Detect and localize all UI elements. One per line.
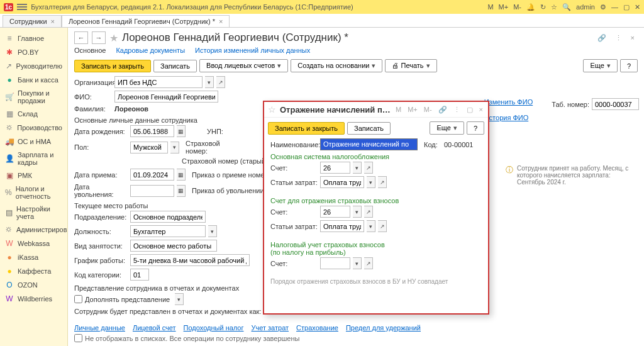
dept-input[interactable] — [130, 211, 206, 223]
favorite-icon[interactable]: ☆ — [268, 104, 276, 114]
nav-fwd-button[interactable]: → — [92, 31, 106, 44]
save-button[interactable]: Записать — [153, 60, 197, 72]
modal-save-button[interactable]: Записать — [347, 122, 391, 135]
close-icon[interactable]: × — [51, 18, 55, 25]
link-limit[interactable]: Предел для удержаний — [346, 324, 421, 332]
more-button[interactable]: Еще▾ — [583, 59, 617, 72]
settings-icon[interactable]: ⚙ — [600, 3, 606, 11]
sidebar-item-10[interactable]: %Налоги и отчетность — [0, 182, 67, 203]
open-icon[interactable]: ↗ — [378, 176, 387, 188]
dropdown-icon[interactable]: ▾ — [353, 162, 362, 174]
calc-mplus[interactable]: M+ — [499, 3, 509, 11]
history-icon[interactable]: ↻ — [540, 3, 546, 11]
modal-save-close-button[interactable]: Записать и закрыть — [268, 122, 345, 135]
sidebar-item-16[interactable]: OOZON — [0, 278, 67, 292]
acct3-input[interactable] — [320, 257, 350, 269]
acct2-input[interactable] — [320, 206, 350, 218]
calc-m[interactable]: M — [394, 106, 402, 113]
nav-back-button[interactable]: ← — [74, 31, 88, 44]
accounts-button[interactable]: Ввод лицевых счетов▾ — [199, 59, 288, 72]
sidebar-item-17[interactable]: WWildberries — [0, 292, 67, 306]
dob-input[interactable] — [130, 125, 174, 137]
tab-employees[interactable]: Сотрудники × — [3, 15, 62, 27]
help-button[interactable]: ? — [620, 59, 638, 72]
org-input[interactable] — [114, 76, 203, 88]
open-icon[interactable]: ↗ — [364, 162, 373, 174]
link-insurance[interactable]: Страхование — [296, 324, 338, 332]
sidebar-item-8[interactable]: 👤Зарплата и кадры — [0, 148, 67, 169]
favorite-icon[interactable]: ★ — [109, 32, 118, 44]
subtab-history[interactable]: История изменений личных данных — [195, 47, 310, 54]
save-close-button[interactable]: Записать и закрыть — [74, 60, 151, 72]
sidebar-item-12[interactable]: ⛭Администрирование — [0, 223, 67, 237]
employment-type-input[interactable] — [130, 240, 217, 252]
maximize-icon[interactable]: ▢ — [623, 3, 630, 11]
dropdown-icon[interactable]: ▾ — [353, 206, 362, 218]
modal-help-button[interactable]: ? — [467, 121, 484, 135]
link-personal[interactable]: Личные данные — [74, 324, 125, 332]
fire-date-input[interactable] — [130, 185, 174, 197]
cost2-input[interactable] — [320, 220, 364, 232]
dropdown-icon[interactable]: ▾ — [205, 76, 214, 88]
close-icon[interactable]: ✕ — [635, 3, 640, 11]
category-input[interactable] — [130, 269, 149, 281]
link-tax[interactable]: Подоходный налог — [184, 324, 244, 332]
sidebar-item-9[interactable]: ▣РМК — [0, 169, 67, 182]
subtab-main[interactable]: Основное — [74, 47, 106, 54]
sex-input[interactable] — [130, 142, 168, 153]
change-fio-link[interactable]: Изменить ФИО — [484, 98, 533, 109]
dropdown-icon[interactable]: ▾ — [208, 225, 217, 237]
maximize-icon[interactable]: ▢ — [465, 106, 474, 114]
open-icon[interactable]: ↗ — [378, 220, 387, 232]
fio-input[interactable] — [114, 91, 218, 103]
dropdown-icon[interactable]: ▾ — [367, 176, 375, 188]
acct1-input[interactable] — [320, 162, 350, 174]
calc-m[interactable]: M — [487, 3, 493, 11]
close-icon[interactable]: × — [478, 106, 484, 113]
print-button[interactable]: 🖨 Печать▾ — [385, 59, 436, 72]
options-icon[interactable]: ⋮ — [452, 106, 462, 114]
cost1-input[interactable] — [320, 176, 364, 188]
sidebar-item-0[interactable]: ≡Главное — [0, 31, 67, 45]
close-icon[interactable]: × — [219, 18, 223, 25]
history-fio-link[interactable]: История ФИО — [484, 114, 639, 121]
sidebar-item-4[interactable]: 🛒Покупки и продажи — [0, 87, 67, 107]
sidebar-item-2[interactable]: ↗Руководителю — [0, 59, 67, 73]
sidebar-item-15[interactable]: ●Каффеста — [0, 264, 67, 278]
dropdown-icon[interactable]: ▾ — [175, 293, 184, 305]
schedule-input[interactable] — [130, 254, 250, 266]
sidebar-item-13[interactable]: WWebkassa — [0, 237, 67, 250]
tabno-input[interactable] — [592, 98, 639, 110]
star-icon[interactable]: ☆ — [551, 3, 557, 11]
open-icon[interactable]: ↗ — [216, 76, 225, 88]
dropdown-icon[interactable]: ▾ — [367, 220, 375, 232]
dropdown-icon[interactable]: ▾ — [170, 142, 179, 153]
calc-mplus[interactable]: M+ — [406, 106, 419, 113]
extend-repr-checkbox[interactable] — [74, 295, 82, 303]
name-input[interactable]: Отражение начислений по умолчанию — [320, 138, 418, 150]
sidebar-item-1[interactable]: ✱PO.BY — [0, 45, 67, 59]
sidebar-item-11[interactable]: ▤Настройки учета — [0, 203, 67, 223]
sidebar-item-7[interactable]: 🚚ОС и НМА — [0, 135, 67, 148]
subtab-hr-docs[interactable]: Кадровые документы — [116, 47, 185, 54]
sidebar-item-3[interactable]: ●Банк и касса — [0, 73, 67, 87]
link-account[interactable]: Лицевой счет — [133, 324, 176, 332]
bell-icon[interactable]: 🔔 — [526, 3, 535, 11]
options-icon[interactable]: ⋮ — [612, 32, 625, 44]
calc-mminus[interactable]: M- — [423, 106, 433, 113]
open-icon[interactable]: ↗ — [364, 257, 373, 269]
calendar-icon[interactable]: ▦ — [177, 169, 186, 181]
sidebar-item-6[interactable]: ⛭Производство — [0, 121, 67, 135]
open-icon[interactable]: ↗ — [364, 206, 373, 218]
user-label[interactable]: admin — [576, 3, 595, 11]
sidebar-item-14[interactable]: ●iKassa — [0, 250, 67, 264]
link-costs[interactable]: Учет затрат — [252, 324, 289, 332]
dropdown-icon[interactable]: ▾ — [353, 257, 362, 269]
tab-employee-card[interactable]: Лореонов Геннадий Георгиевич (Сотрудник)… — [62, 15, 230, 27]
search-icon[interactable]: 🔍 — [562, 3, 571, 11]
link-icon[interactable]: 🔗 — [594, 32, 609, 44]
menu-icon[interactable] — [17, 4, 27, 10]
calendar-icon[interactable]: ▦ — [177, 185, 186, 197]
position-input[interactable] — [130, 225, 206, 237]
close-icon[interactable]: × — [628, 32, 638, 44]
